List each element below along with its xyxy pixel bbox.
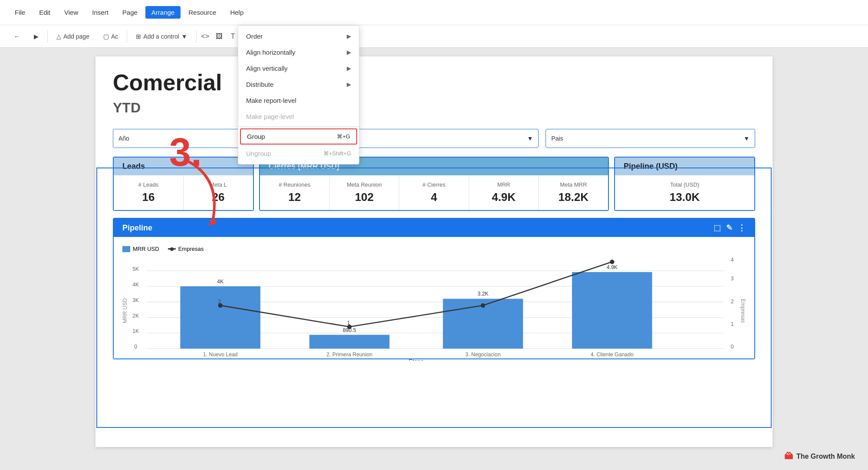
kpi-value-cierres: 4	[408, 191, 460, 204]
distribute-arrow: ▶	[347, 81, 351, 88]
svg-text:1. Nuevo Lead: 1. Nuevo Lead	[203, 352, 238, 358]
svg-text:1: 1	[347, 320, 350, 326]
legend-empresas-dot	[170, 247, 174, 251]
kpi-label-total: Total (USD)	[624, 181, 746, 188]
toolbar-divider-2	[127, 30, 127, 43]
kpi-metric-cierres: # Cierres 4	[399, 175, 469, 210]
menu-insert[interactable]: Insert	[86, 6, 115, 19]
distribute-label: Distribute	[246, 81, 273, 88]
legend-mrr-label: MRR USD	[133, 246, 159, 252]
menu-resource[interactable]: Resource	[182, 6, 222, 19]
filter-middle[interactable]: ▼	[329, 129, 539, 148]
filters-row: Año ▼ ▼ Pais ▼	[95, 125, 773, 152]
menu-file[interactable]: File	[9, 6, 31, 19]
menu-help[interactable]: Help	[224, 6, 250, 19]
bar-primera-reunion[interactable]	[309, 335, 390, 349]
dropdown-align-h[interactable]: Align horizontally ▶	[238, 44, 359, 60]
kpi-metric-meta-mrr: Meta MRR 18.2K	[539, 175, 608, 210]
report-subtitle: YTD	[95, 100, 773, 125]
svg-text:MRR USD: MRR USD	[122, 298, 128, 323]
pipeline-header: Pipeline ⬚ ✎ ⋮	[114, 219, 754, 237]
chart-legend: MRR USD Empresas	[122, 246, 746, 252]
kpi-label-reuniones: # Reuniones	[269, 181, 321, 188]
kpi-header-leads: Leads	[114, 158, 253, 175]
resize-icon[interactable]: ⬚	[713, 223, 721, 233]
kpi-metric-total: Total (USD) 13.0K	[615, 175, 754, 210]
filter-pais[interactable]: Pais ▼	[546, 129, 755, 148]
toolbar: ← ▶ △ Add page ▢ Ac ⊞ Add a control ▼ <>…	[0, 25, 868, 48]
kpi-metric-leads-count: # Leads 16	[114, 175, 184, 210]
menu-edit[interactable]: Edit	[33, 6, 56, 19]
ungroup-shortcut: ⌘+Shift+G	[323, 150, 351, 157]
svg-text:3: 3	[731, 276, 734, 282]
kpi-label-metal: Meta L	[192, 181, 244, 188]
svg-text:4: 4	[731, 257, 734, 263]
menu-page[interactable]: Page	[116, 6, 144, 19]
kpi-metric-meta-reunion: Meta Reunion 102	[330, 175, 400, 210]
svg-text:2K: 2K	[132, 313, 139, 319]
svg-text:Etapa: Etapa	[409, 358, 424, 361]
more-icon[interactable]: ⋮	[738, 223, 746, 233]
align-v-arrow: ▶	[347, 65, 351, 72]
bar-nuevo-lead[interactable]	[180, 286, 260, 349]
legend-empresas-label: Empresas	[178, 246, 204, 252]
control-icon: ⊞	[136, 33, 141, 40]
cursor-button[interactable]: ▶	[29, 30, 44, 43]
add-page-button[interactable]: △ Add page	[51, 30, 95, 43]
make-page-level-label: Make page-level	[246, 113, 294, 120]
svg-text:3. Negociacion: 3. Negociacion	[465, 352, 501, 358]
add-component-button[interactable]: ▢ Ac	[98, 30, 123, 43]
toolbar-divider-1	[47, 30, 48, 43]
code-icon[interactable]: <>	[200, 31, 210, 42]
svg-text:Empresas: Empresas	[740, 299, 746, 322]
order-arrow: ▶	[347, 33, 351, 39]
arrange-dropdown: Order ▶ Align horizontally ▶ Align verti…	[238, 25, 359, 164]
kpi-group-cierres: Cierres (MRR USD) # Reuniones 12 Meta Re…	[259, 157, 609, 211]
filter-middle-arrow: ▼	[527, 135, 533, 142]
kpi-value-metareunion: 102	[339, 191, 391, 204]
filter-pais-arrow: ▼	[743, 135, 750, 142]
svg-text:1: 1	[731, 321, 734, 327]
add-control-button[interactable]: ⊞ Add a control ▼	[131, 30, 192, 43]
edit-icon[interactable]: ✎	[726, 223, 733, 233]
back-button[interactable]: ←	[9, 30, 25, 43]
svg-text:2: 2	[218, 299, 221, 305]
filter-pais-label: Pais	[551, 135, 563, 142]
legend-mrr-icon	[122, 246, 130, 252]
dropdown-align-v[interactable]: Align vertically ▶	[238, 60, 359, 76]
svg-text:0: 0	[134, 344, 137, 350]
kpi-value-mrr: 4.9K	[478, 191, 530, 204]
pipeline-title: Pipeline	[122, 223, 152, 233]
order-label: Order	[246, 33, 263, 40]
kpi-value-leads: 16	[122, 191, 174, 204]
dropdown-order[interactable]: Order ▶	[238, 28, 359, 44]
component-icon: ▢	[103, 33, 109, 40]
control-dropdown-icon: ▼	[181, 33, 187, 40]
menu-arrange[interactable]: Arrange	[145, 6, 181, 19]
kpi-metrics-leads: # Leads 16 Meta L 26	[114, 175, 253, 210]
menu-view[interactable]: View	[58, 6, 84, 19]
kpi-metric-mrr: MRR 4.9K	[469, 175, 539, 210]
kpi-metric-meta-l: Meta L 26	[184, 175, 253, 210]
align-v-label: Align vertically	[246, 65, 288, 72]
kpi-value-metamrr: 18.2K	[547, 191, 599, 204]
kpi-label-mrr: MRR	[478, 181, 530, 188]
branding-text: The Growth Monk	[796, 453, 855, 460]
bar-cliente-ganado[interactable]	[572, 272, 652, 348]
image-icon[interactable]: 🖼	[214, 31, 224, 42]
dropdown-divider	[238, 126, 359, 127]
report-header: Comercial	[95, 56, 773, 100]
kpi-group-leads: Leads # Leads 16 Meta L 26	[113, 157, 254, 211]
kpi-value-total: 13.0K	[624, 191, 746, 204]
add-page-icon: △	[56, 33, 61, 40]
ungroup-label: Ungroup	[246, 150, 271, 157]
dropdown-group[interactable]: Group ⌘+G	[240, 128, 357, 145]
kpi-label-leads: # Leads	[122, 181, 174, 188]
dropdown-distribute[interactable]: Distribute ▶	[238, 76, 359, 92]
text-icon[interactable]: T	[228, 31, 238, 42]
legend-empresas: Empresas	[168, 246, 204, 252]
kpi-label-metareunion: Meta Reunion	[339, 181, 391, 188]
dropdown-make-report-level[interactable]: Make report-level	[238, 92, 359, 108]
kpi-value-metal: 26	[192, 191, 244, 204]
svg-text:2: 2	[731, 299, 734, 305]
